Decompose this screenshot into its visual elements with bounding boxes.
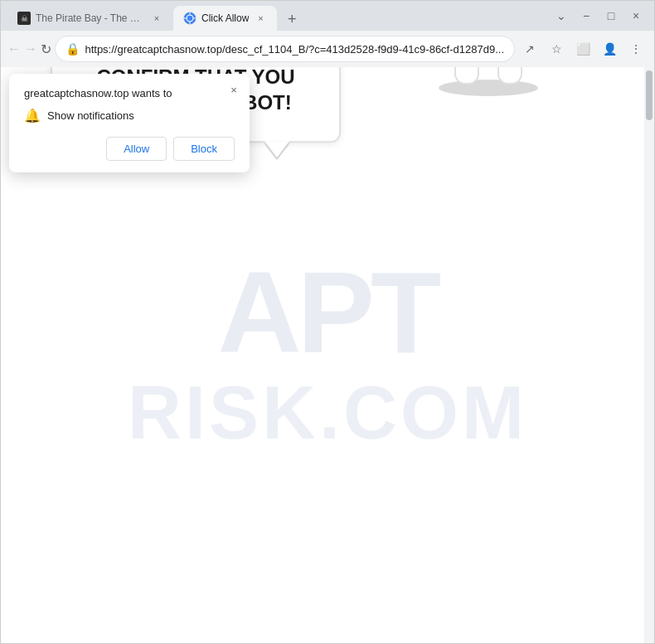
svg-text:☠: ☠ bbox=[21, 14, 28, 23]
window-controls: ⌄ − □ × bbox=[550, 4, 648, 27]
bell-icon: 🔔 bbox=[24, 108, 41, 123]
refresh-button[interactable]: ↻ bbox=[41, 36, 51, 62]
new-tab-button[interactable]: + bbox=[280, 7, 303, 31]
menu-button[interactable]: ⋮ bbox=[624, 37, 648, 61]
robot-svg bbox=[372, 67, 604, 100]
robot-illustration bbox=[372, 67, 604, 100]
forward-button[interactable]: → bbox=[24, 36, 37, 62]
tab1-close-button[interactable]: × bbox=[150, 12, 163, 25]
click-allow-favicon bbox=[183, 12, 196, 25]
tab-pirate-bay[interactable]: ☠ The Pirate Bay - The galaxy's mo... × bbox=[7, 6, 173, 31]
permission-text: Show notifications bbox=[47, 109, 134, 122]
address-bar-row: ← → ↻ 🔒 https://greatcaptchasnow.top/des… bbox=[1, 31, 654, 67]
tab-click-allow[interactable]: Click Allow × bbox=[173, 6, 277, 31]
tab2-close-button[interactable]: × bbox=[254, 12, 267, 25]
allow-button[interactable]: Allow bbox=[106, 137, 167, 161]
maximize-button[interactable]: □ bbox=[599, 4, 623, 27]
address-bar-actions: ↗ ☆ ⬜ 👤 ⋮ bbox=[518, 37, 648, 61]
popup-title: greatcaptchasnow.top wants to bbox=[24, 87, 235, 99]
watermark-apt: APT bbox=[218, 254, 438, 370]
page-content: APT RISK.COM × greatcaptchasnow.top want… bbox=[1, 67, 654, 643]
tab2-label: Click Allow bbox=[201, 12, 249, 24]
popup-buttons: Allow Block bbox=[24, 137, 235, 161]
address-text: https://greatcaptchasnow.top/desc_cf_110… bbox=[85, 43, 504, 56]
svg-rect-20 bbox=[455, 67, 478, 84]
notification-popup: × greatcaptchasnow.top wants to 🔔 Show n… bbox=[9, 74, 250, 172]
lock-icon: 🔒 bbox=[66, 42, 80, 56]
extensions-button[interactable]: ⬜ bbox=[571, 37, 594, 61]
scrollbar[interactable] bbox=[644, 67, 654, 643]
chevron-down-icon[interactable]: ⌄ bbox=[550, 4, 573, 27]
popup-close-button[interactable]: × bbox=[225, 80, 243, 99]
svg-point-8 bbox=[439, 80, 538, 96]
scroll-thumb[interactable] bbox=[646, 70, 653, 120]
minimize-button[interactable]: − bbox=[575, 4, 598, 27]
pirate-bay-favicon: ☠ bbox=[17, 12, 31, 25]
share-button[interactable]: ↗ bbox=[518, 37, 541, 61]
tab-bar: ☠ The Pirate Bay - The galaxy's mo... × bbox=[7, 1, 543, 31]
browser-window: ☠ The Pirate Bay - The galaxy's mo... × bbox=[0, 0, 655, 644]
watermark-risk: RISK.COM bbox=[128, 370, 527, 456]
profile-button[interactable]: 👤 bbox=[598, 37, 621, 61]
block-button[interactable]: Block bbox=[173, 137, 235, 161]
bookmark-button[interactable]: ☆ bbox=[545, 37, 568, 61]
close-button[interactable]: × bbox=[624, 4, 648, 27]
svg-rect-21 bbox=[498, 67, 522, 84]
popup-permission-row: 🔔 Show notifications bbox=[24, 108, 235, 123]
back-button[interactable]: ← bbox=[7, 36, 21, 62]
tab1-label: The Pirate Bay - The galaxy's mo... bbox=[36, 12, 145, 24]
address-bar[interactable]: 🔒 https://greatcaptchasnow.top/desc_cf_1… bbox=[55, 36, 515, 62]
title-bar: ☠ The Pirate Bay - The galaxy's mo... × bbox=[1, 1, 654, 31]
